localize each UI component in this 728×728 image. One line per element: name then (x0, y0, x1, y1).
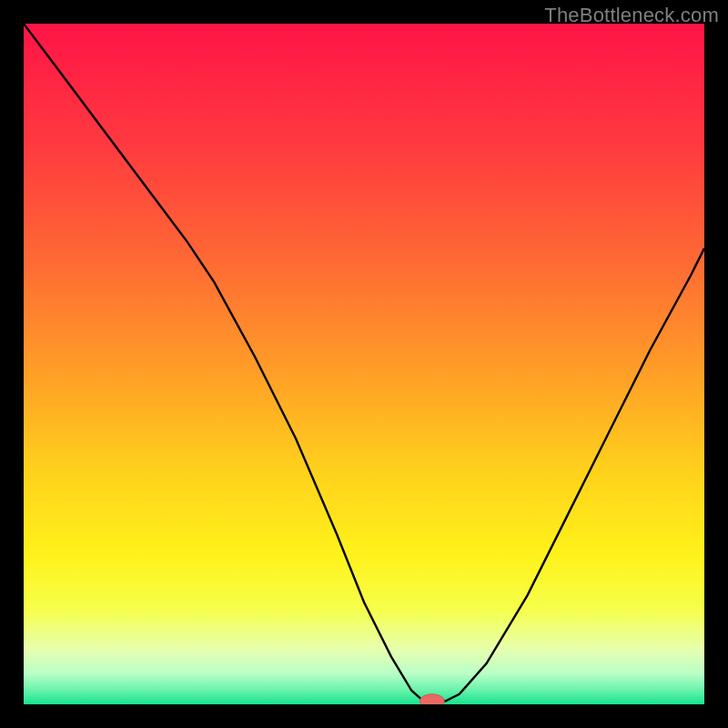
bottleneck-chart (24, 24, 704, 704)
chart-frame: TheBottleneck.com (0, 0, 728, 728)
optimal-point-marker (420, 694, 444, 704)
plot-area (24, 24, 704, 704)
